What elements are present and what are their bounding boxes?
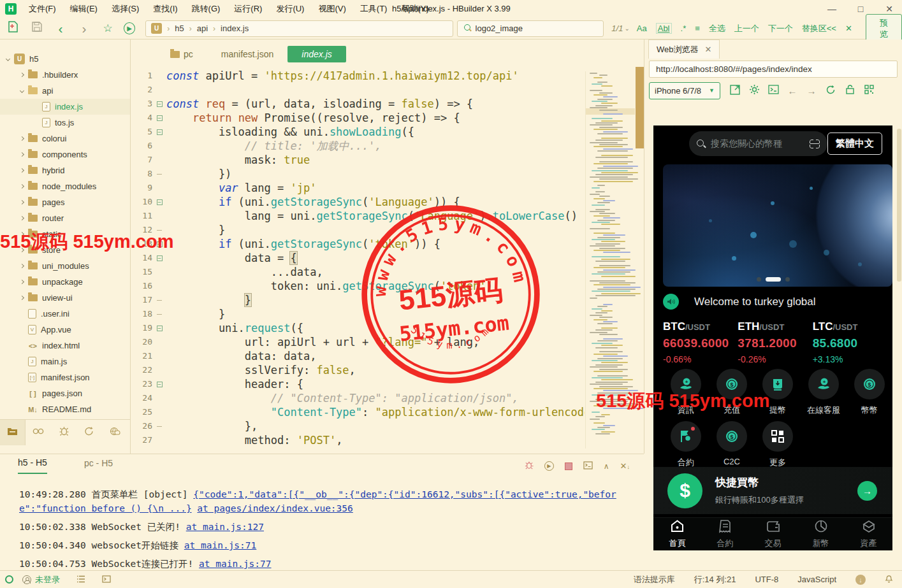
message-status-icon[interactable] xyxy=(5,575,13,584)
fold-box-icon[interactable]: − xyxy=(157,382,163,387)
shortcut-在線客服[interactable]: +在線客服 xyxy=(801,369,847,416)
console-icon[interactable] xyxy=(764,85,783,96)
fold-gutter[interactable]: − xyxy=(152,111,166,125)
tree-chevron-icon[interactable] xyxy=(20,200,24,204)
nav-資產[interactable]: 資產 xyxy=(845,518,892,550)
fold-gutter[interactable]: − xyxy=(152,97,166,111)
tree-chevron-icon[interactable] xyxy=(20,89,24,93)
ticker-LTC[interactable]: LTC/USDT85.6800+3.13% xyxy=(813,320,887,364)
fold-gutter[interactable]: − xyxy=(152,321,166,335)
search-input[interactable] xyxy=(476,24,584,33)
tree-item-unpackage[interactable]: unpackage xyxy=(0,274,130,290)
shortcut-更多[interactable]: 更多 xyxy=(755,421,801,468)
open-external-icon[interactable] xyxy=(725,85,745,97)
fold-gutter[interactable] xyxy=(152,307,166,321)
fold-box-icon[interactable]: − xyxy=(157,115,163,121)
fold-gutter[interactable] xyxy=(152,223,166,237)
tree-chevron-icon[interactable] xyxy=(20,168,24,173)
terminal-icon[interactable] xyxy=(102,575,111,585)
fold-box-icon[interactable]: − xyxy=(157,129,163,135)
menu-选择(S)[interactable]: 选择(S) xyxy=(105,3,146,15)
find-prev-button[interactable]: 上一个 xyxy=(734,23,759,34)
nav-交易[interactable]: 交易 xyxy=(749,518,797,550)
find-next-button[interactable]: 下一个 xyxy=(768,23,793,34)
tree-item-node_modules[interactable]: node_modules xyxy=(0,178,130,194)
log-link[interactable]: at main.js:77 xyxy=(199,559,272,569)
preview-button[interactable]: 预览 xyxy=(866,14,902,43)
menu-运行(R)[interactable]: 运行(R) xyxy=(227,3,269,15)
tree-item-tos.js[interactable]: Jtos.js xyxy=(0,115,130,131)
fold-gutter[interactable]: − xyxy=(152,377,166,391)
nav-合約[interactable]: 合約 xyxy=(701,518,749,550)
fold-box-icon[interactable]: − xyxy=(157,255,163,261)
coin-search-bar[interactable]: 搜索您關心的幣種 xyxy=(689,131,827,156)
clear-log-icon[interactable]: ✕↓ xyxy=(620,461,630,471)
bookmark-star-icon[interactable]: ☆ xyxy=(100,22,116,35)
fold-gutter[interactable] xyxy=(152,181,166,195)
editor-tab-index.js[interactable]: index.js xyxy=(287,46,346,62)
fold-gutter[interactable]: − xyxy=(152,125,166,139)
selection-search-button[interactable]: ≡ xyxy=(695,24,700,33)
tree-item-main.js[interactable]: Jmain.js xyxy=(0,354,130,369)
url-bar[interactable] xyxy=(649,61,898,78)
tree-item-h5[interactable]: Uh5 xyxy=(0,51,130,67)
account-icon[interactable] xyxy=(22,575,31,584)
save-icon[interactable] xyxy=(29,22,45,35)
tree-chevron-icon[interactable] xyxy=(20,73,24,77)
nav-首頁[interactable]: 首頁 xyxy=(653,518,701,550)
tree-chevron-icon[interactable] xyxy=(20,280,24,284)
language-button[interactable]: 繁體中文 xyxy=(827,133,882,155)
fold-gutter[interactable] xyxy=(152,363,166,377)
fold-gutter[interactable] xyxy=(152,139,166,153)
files-panel-icon[interactable] xyxy=(0,420,25,445)
replace-toggle-button[interactable]: 替换区<< xyxy=(802,23,836,34)
tree-chevron-icon[interactable] xyxy=(20,264,24,268)
tree-item-uni_modules[interactable]: uni_modules xyxy=(0,258,130,274)
breadcrumb-file[interactable]: index.js xyxy=(221,24,249,33)
quick-buy-card[interactable]: $ 快捷買幣 銀行轉賬和100多種選擇 → xyxy=(653,467,892,514)
quick-buy-arrow-icon[interactable]: → xyxy=(857,481,877,501)
stop-icon[interactable] xyxy=(565,463,572,470)
log-link[interactable]: at main.js:71 xyxy=(184,540,257,550)
tree-chevron-icon[interactable] xyxy=(20,216,24,220)
refresh-icon[interactable] xyxy=(821,85,840,96)
download-icon[interactable]: ↓ xyxy=(855,575,866,585)
log-link[interactable]: at main.js:127 xyxy=(186,522,264,532)
tree-item-static[interactable]: static xyxy=(0,226,130,242)
tree-chevron-icon[interactable] xyxy=(20,232,24,236)
sync-panel-icon[interactable] xyxy=(76,426,102,438)
editor-tab-manifest.json[interactable]: manifest.json xyxy=(207,46,287,62)
announcement-bar[interactable]: Welcome to turkey global xyxy=(663,294,816,310)
nav-back-icon[interactable]: ← xyxy=(783,85,802,96)
minimap[interactable] xyxy=(585,71,635,448)
fold-gutter[interactable]: − xyxy=(152,195,166,209)
scan-icon[interactable] xyxy=(810,140,820,148)
chevron-down-icon[interactable]: ⌄ xyxy=(624,25,629,32)
fold-gutter[interactable] xyxy=(152,349,166,363)
syntax-lib-label[interactable]: 语法提示库 xyxy=(634,574,675,585)
language-mode[interactable]: JavaScript xyxy=(797,575,836,584)
nav-forward-icon[interactable]: → xyxy=(802,85,821,96)
menu-视图(V)[interactable]: 视图(V) xyxy=(311,3,353,15)
device-select[interactable]: iPhone 6/7/8 ▼ xyxy=(649,82,720,99)
tree-item-README.md[interactable]: M↓README.md xyxy=(0,401,130,417)
tree-item-api[interactable]: api xyxy=(0,83,130,99)
menu-工具(T)[interactable]: 工具(T) xyxy=(353,3,395,15)
fold-box-icon[interactable]: − xyxy=(157,326,163,331)
console-tab-pc - H5[interactable]: pc - H5 xyxy=(84,458,113,473)
restart-icon[interactable]: ▶ xyxy=(544,461,554,471)
editor-scrollbar[interactable] xyxy=(636,67,644,148)
tree-item-store[interactable]: store xyxy=(0,242,130,258)
close-search-icon[interactable]: ✕ xyxy=(845,24,852,33)
fold-box-icon[interactable]: − xyxy=(157,101,163,107)
regex-button[interactable]: .* xyxy=(681,24,687,33)
collapse-panel-icon[interactable]: ∧ xyxy=(604,462,609,471)
tree-item-uview-ui[interactable]: uview-ui xyxy=(0,290,130,306)
log-link[interactable]: at pages/index/index.vue:356 xyxy=(197,503,353,513)
tree-item-App.vue[interactable]: VApp.vue xyxy=(0,322,130,338)
tree-item-index.js[interactable]: Jindex.js xyxy=(0,99,130,115)
tree-chevron-icon[interactable] xyxy=(20,184,24,189)
fold-gutter[interactable] xyxy=(152,153,166,167)
menu-查找(I)[interactable]: 查找(I) xyxy=(146,3,184,15)
close-tab-icon[interactable]: ✕ xyxy=(705,45,712,54)
